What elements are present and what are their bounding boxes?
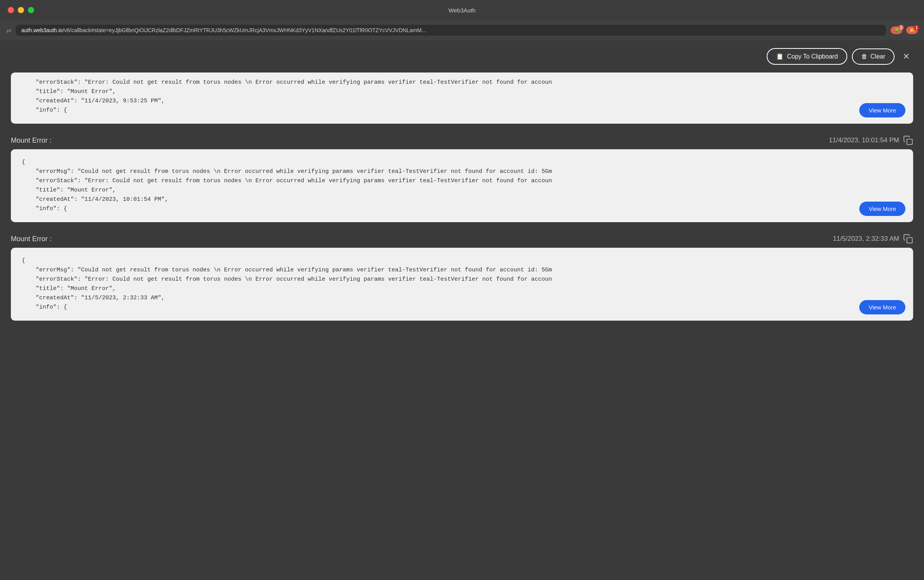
alert-badge[interactable]: 🔔 1 bbox=[906, 26, 918, 34]
copy-icon-2[interactable] bbox=[903, 135, 913, 145]
error-header-3: Mount Error : 11/5/2023, 2:32:33 AM bbox=[11, 230, 913, 248]
alert-count: 1 bbox=[914, 25, 919, 30]
toolbar: 📋 Copy To Clipboard 🗑 Clear ✕ bbox=[11, 48, 913, 65]
url-field[interactable]: auth.web3auth.io/v6/callback#state=eyJjb… bbox=[16, 25, 886, 36]
url-path: /v6/callback#state=eyJjbGllbnQiOiJCRzlaZ… bbox=[63, 27, 426, 33]
error-content-1: "errorStack": "Error: Could not get resu… bbox=[22, 78, 902, 115]
close-window-button[interactable] bbox=[8, 7, 14, 13]
error-section-2: Mount Error : 11/4/2023, 10:01:54 PM { "… bbox=[11, 131, 913, 222]
copy-to-clipboard-button[interactable]: 📋 Copy To Clipboard bbox=[767, 48, 847, 65]
error-section-1: "errorStack": "Error: Could not get resu… bbox=[11, 72, 913, 124]
error-content-3: { "errorMsg": "Could not get result from… bbox=[22, 256, 902, 312]
svg-rect-0 bbox=[907, 139, 912, 145]
error-title-3: Mount Error : bbox=[11, 235, 52, 243]
window-title: Web3Auth bbox=[448, 7, 476, 14]
view-more-button-3[interactable]: View More bbox=[859, 300, 905, 314]
error-title-2: Mount Error : bbox=[11, 136, 52, 145]
title-bar: Web3Auth bbox=[0, 0, 924, 20]
error-header-2: Mount Error : 11/4/2023, 10:01:54 PM bbox=[11, 131, 913, 149]
close-button[interactable]: ✕ bbox=[899, 50, 913, 64]
address-right-icons: 🧩 2 🔔 1 bbox=[891, 26, 918, 34]
window-controls bbox=[8, 7, 34, 13]
maximize-window-button[interactable] bbox=[28, 7, 34, 13]
error-card-2: { "errorMsg": "Could not get result from… bbox=[11, 149, 913, 222]
share-icon: ⇄ bbox=[6, 27, 11, 34]
error-timestamp-3: 11/5/2023, 2:32:33 AM bbox=[833, 234, 913, 244]
error-card-3: { "errorMsg": "Could not get result from… bbox=[11, 248, 913, 321]
error-timestamp-2: 11/4/2023, 10:01:54 PM bbox=[829, 135, 913, 145]
trash-icon: 🗑 bbox=[861, 53, 867, 60]
timestamp-text-2: 11/4/2023, 10:01:54 PM bbox=[829, 136, 899, 144]
minimize-window-button[interactable] bbox=[18, 7, 24, 13]
svg-rect-1 bbox=[907, 238, 912, 243]
error-card-1: "errorStack": "Error: Could not get resu… bbox=[11, 72, 913, 124]
address-bar: ⇄ auth.web3auth.io/v6/callback#state=eyJ… bbox=[0, 20, 924, 40]
error-content-2: { "errorMsg": "Could not get result from… bbox=[22, 158, 902, 214]
url-domain: auth.web3auth.io bbox=[21, 27, 63, 33]
notification-badge[interactable]: 🧩 2 bbox=[891, 26, 902, 34]
clear-button[interactable]: 🗑 Clear bbox=[852, 48, 895, 65]
timestamp-text-3: 11/5/2023, 2:32:33 AM bbox=[833, 235, 899, 243]
badge-count: 2 bbox=[898, 25, 904, 30]
copy-icon-3[interactable] bbox=[903, 234, 913, 244]
view-more-button-1[interactable]: View More bbox=[859, 103, 905, 117]
main-content: 📋 Copy To Clipboard 🗑 Clear ✕ "errorStac… bbox=[0, 40, 924, 336]
error-section-3: Mount Error : 11/5/2023, 2:32:33 AM { "e… bbox=[11, 230, 913, 321]
clipboard-icon: 📋 bbox=[776, 53, 784, 60]
view-more-button-2[interactable]: View More bbox=[859, 202, 905, 216]
